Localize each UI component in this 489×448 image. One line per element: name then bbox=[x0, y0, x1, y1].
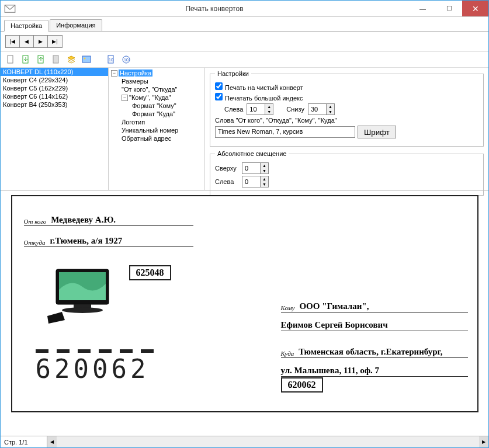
label-top: Сверху bbox=[215, 165, 238, 172]
envelope-preview: От кого Медведеву А.Ю. Откуда г.Тюмень, … bbox=[11, 195, 478, 412]
horizontal-scrollbar[interactable]: ◀ ▶ bbox=[47, 436, 488, 447]
list-item[interactable]: Конверт B4 (250x353) bbox=[1, 100, 108, 109]
import-icon[interactable] bbox=[20, 54, 31, 65]
new-doc-icon[interactable] bbox=[5, 54, 16, 65]
spin-left2[interactable]: ▲▼ bbox=[242, 176, 269, 187]
label-left2: Слева bbox=[215, 178, 238, 185]
statusbar: Стр. 1/1 ◀ ▶ bbox=[1, 436, 488, 447]
settings-fieldset: Настройки Печать на чистый конверт Печат… bbox=[210, 70, 484, 147]
tabstrip: Настройка Информация bbox=[1, 17, 488, 32]
doc-number-icon[interactable]: 10 bbox=[106, 54, 116, 65]
to-index-box: 620062 bbox=[281, 377, 323, 393]
nav-first-button[interactable]: |◀ bbox=[6, 36, 20, 47]
offset-legend: Абсолютное смещение bbox=[215, 150, 289, 157]
tree-logo[interactable]: Логотип bbox=[111, 118, 202, 126]
spin-left[interactable]: ▲▼ bbox=[247, 103, 273, 115]
titlebar: Печать конвертов — ☐ ✕ bbox=[1, 1, 488, 17]
layers-icon[interactable] bbox=[66, 54, 77, 65]
from-index-box: 625048 bbox=[129, 265, 171, 280]
list-item[interactable]: Конверт C4 (229x324) bbox=[1, 76, 108, 84]
to-line1: ООО "Гималаи", bbox=[299, 301, 369, 311]
nav-last-button[interactable]: ▶| bbox=[48, 36, 62, 47]
tree-format-to[interactable]: Формат "Кому" bbox=[111, 102, 202, 110]
mid-pane: КОНВЕРТ DL (110х220) Конверт C4 (229x324… bbox=[1, 68, 488, 190]
nav-prev-button[interactable]: ◀ bbox=[20, 36, 34, 47]
nav-next-button[interactable]: ▶ bbox=[34, 36, 48, 47]
tree-to[interactable]: −"Кому", "Куда" bbox=[111, 93, 202, 102]
window-title: Печать конвертов bbox=[19, 5, 410, 13]
toaddr-line2: ул. Малышева, 111, оф. 7 bbox=[281, 366, 380, 376]
doc-icon[interactable] bbox=[51, 54, 61, 65]
label-words: Слова "От кого", "Откуда", "Кому", "Куда… bbox=[215, 117, 337, 124]
tree-from[interactable]: "От кого", "Откуда" bbox=[111, 85, 202, 93]
spin-bottom[interactable]: ▲▼ bbox=[308, 103, 335, 115]
scroll-right-icon[interactable]: ▶ bbox=[479, 436, 488, 447]
logo-image bbox=[41, 266, 117, 331]
tree-return[interactable]: Обратный адрес bbox=[111, 134, 202, 143]
to-line2: Ефимов Сергей Борисович bbox=[281, 320, 388, 330]
toaddr-line1: Тюменская область, г.Екатеринбург, bbox=[299, 347, 442, 357]
tree-unique[interactable]: Уникальный номер bbox=[111, 126, 202, 134]
tree-format-where[interactable]: Формат "Куда" bbox=[111, 110, 202, 118]
font-display: Times New Roman, 7, курсив bbox=[215, 126, 355, 138]
app-icon bbox=[4, 3, 16, 15]
list-item[interactable]: Конверт C5 (162x229) bbox=[1, 84, 108, 92]
svg-rect-1 bbox=[8, 55, 13, 63]
maximize-button[interactable]: ☐ bbox=[436, 1, 462, 16]
fromaddr-value: г.Тюмень, а/я 1927 bbox=[50, 236, 122, 246]
svg-point-14 bbox=[62, 307, 103, 313]
from-value: Медведеву А.Ю. bbox=[51, 215, 116, 225]
app-window: Печать конвертов — ☐ ✕ Настройка Информа… bbox=[0, 0, 489, 448]
tab-settings[interactable]: Настройка bbox=[4, 20, 48, 32]
scroll-left-icon[interactable]: ◀ bbox=[47, 436, 57, 447]
settings-legend: Настройки bbox=[215, 70, 251, 77]
spin-top[interactable]: ▲▼ bbox=[242, 162, 269, 174]
picture-icon[interactable] bbox=[81, 54, 92, 65]
list-item[interactable]: КОНВЕРТ DL (110х220) bbox=[1, 68, 108, 76]
page-status: Стр. 1/1 bbox=[1, 436, 47, 447]
svg-point-6 bbox=[84, 58, 86, 60]
tree-sizes[interactable]: Размеры bbox=[111, 77, 202, 85]
to-label: Кому bbox=[281, 304, 295, 311]
toaddr-label: Куда bbox=[281, 350, 294, 357]
close-button[interactable]: ✕ bbox=[462, 1, 488, 16]
window-buttons: — ☐ ✕ bbox=[410, 1, 488, 16]
envelope-list: КОНВЕРТ DL (110х220) Конверт C4 (229x324… bbox=[1, 68, 109, 190]
nav-buttons: |◀ ◀ ▶ ▶| bbox=[5, 35, 63, 48]
font-button[interactable]: Шрифт bbox=[358, 126, 396, 138]
svg-rect-4 bbox=[53, 55, 58, 63]
badge-number-icon[interactable]: 10 bbox=[121, 54, 131, 65]
checkbox-big-index[interactable]: Печатать большой индекс bbox=[215, 93, 303, 102]
list-item[interactable]: Конверт C6 (114x162) bbox=[1, 92, 108, 100]
offset-fieldset: Абсолютное смещение Сверху ▲▼ Слева ▲▼ bbox=[210, 150, 484, 196]
settings-pane: Настройки Печать на чистый конверт Печат… bbox=[205, 68, 488, 190]
minimize-button[interactable]: — bbox=[410, 1, 436, 16]
tab-info[interactable]: Информация bbox=[50, 19, 102, 31]
nav-row: |◀ ◀ ▶ ▶| bbox=[1, 32, 488, 52]
tree-root[interactable]: −Настройка bbox=[111, 69, 202, 77]
big-index: 620062 bbox=[36, 354, 150, 384]
checkbox-clean-envelope[interactable]: Печать на чистый конверт bbox=[215, 82, 303, 91]
toolbar: 10 10 bbox=[1, 52, 488, 68]
preview-pane[interactable]: От кого Медведеву А.Ю. Откуда г.Тюмень, … bbox=[1, 190, 488, 436]
settings-tree: −Настройка Размеры "От кого", "Откуда" −… bbox=[109, 68, 205, 190]
from-label: От кого bbox=[24, 218, 47, 225]
index-dashes bbox=[36, 349, 154, 353]
fromaddr-label: Откуда bbox=[24, 239, 46, 246]
label-bottom: Снизу bbox=[286, 106, 304, 113]
svg-rect-5 bbox=[82, 56, 91, 62]
export-icon[interactable] bbox=[36, 54, 46, 65]
label-left: Слева bbox=[224, 106, 243, 113]
svg-text:10: 10 bbox=[109, 58, 113, 62]
svg-text:10: 10 bbox=[124, 58, 129, 62]
